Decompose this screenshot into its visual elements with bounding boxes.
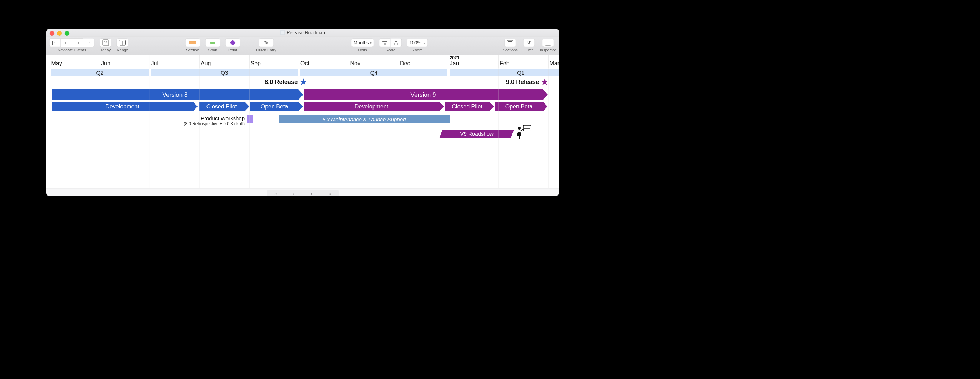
window-close-button[interactable] — [49, 31, 54, 36]
month-label: Dec — [400, 60, 410, 67]
gridline — [399, 55, 399, 189]
nav-next-button[interactable]: → — [72, 38, 84, 47]
units-value: Months — [353, 40, 369, 46]
bar-label: Development — [105, 103, 139, 110]
milestone-8[interactable]: 8.0 Release ★ — [265, 77, 307, 86]
bar-maintenance-label: 8.x Maintenance & Launch Support — [323, 116, 406, 122]
page-first-button[interactable]: « — [267, 190, 285, 197]
today-button[interactable] — [100, 38, 111, 47]
milestone-row: 8.0 Release ★ 9.0 Release ★ — [46, 77, 559, 89]
scale-out-button[interactable] — [391, 38, 402, 47]
month-label: May — [51, 60, 62, 67]
bar-v9-pilot[interactable]: Closed Pilot — [445, 102, 489, 111]
span-tool-button[interactable] — [205, 38, 220, 47]
month-label: Mar — [550, 60, 559, 67]
bar-version-9[interactable]: Version 9 — [304, 89, 543, 100]
nav-prev-button[interactable]: ← — [61, 38, 72, 47]
bar-version-8[interactable]: Version 8 — [52, 89, 298, 100]
sections-icon — [507, 40, 513, 45]
double-chevron-right-icon: » — [328, 190, 331, 196]
span-label: Span — [208, 48, 218, 52]
bar-maintenance[interactable]: 8.x Maintenance & Launch Support — [278, 115, 450, 124]
bar-workshop[interactable] — [247, 115, 253, 124]
page-nav: « ‹ › » — [46, 189, 559, 196]
range-icon — [119, 40, 126, 46]
nav-label: Navigate Events — [57, 48, 86, 52]
bar-v8-pilot[interactable]: Closed Pilot — [199, 102, 245, 111]
gridline — [200, 55, 200, 189]
scale-in-button[interactable] — [379, 38, 391, 47]
bar-label: Development — [355, 103, 388, 110]
gridline — [50, 55, 50, 189]
milestone-8-label: 8.0 Release — [265, 78, 298, 85]
scale-in-icon — [382, 40, 388, 46]
units-dropdown[interactable]: Months ▴▾ — [351, 38, 374, 47]
span-swatch-icon — [210, 42, 215, 44]
window-title-text: Release Roadmap — [286, 30, 325, 35]
milestone-9-label: 9.0 Release — [506, 78, 539, 85]
workshop-title: Product Workshop — [100, 115, 245, 121]
month-label: Jun — [101, 60, 110, 67]
svg-rect-0 — [384, 43, 385, 45]
star-icon: ★ — [300, 77, 307, 86]
sections-button[interactable] — [504, 38, 516, 47]
chevron-left-icon: ‹ — [293, 190, 294, 196]
window-zoom-button[interactable] — [65, 31, 69, 36]
prev-icon: ← — [64, 40, 68, 46]
sections-label: Sections — [503, 48, 518, 52]
bar-v8-beta[interactable]: Open Beta — [250, 102, 298, 111]
quarter-bar: Q4 — [301, 69, 448, 76]
range-label: Range — [117, 48, 128, 52]
nav-first-button[interactable]: |← — [49, 38, 61, 47]
milestone-9[interactable]: 9.0 Release ★ — [506, 77, 548, 86]
gridline — [249, 55, 250, 189]
quick-entry-icon: ✎ — [264, 40, 269, 46]
inspector-icon — [545, 40, 551, 46]
stepper-icon: ▴▾ — [371, 41, 372, 44]
bar-v9-development[interactable]: Development — [304, 102, 439, 111]
zoom-dropdown[interactable]: 100% ⌄ — [407, 38, 428, 47]
svg-point-6 — [518, 127, 521, 130]
bar-v8-development[interactable]: Development — [52, 102, 193, 111]
filter-button[interactable]: ⧩ — [523, 38, 535, 47]
nav-last-button[interactable]: →| — [83, 38, 95, 47]
timeline-canvas[interactable]: MayJunJulAugSepOctNovDecJan2021FebMar Q2… — [46, 55, 559, 189]
quarter-bar: Q1 — [450, 69, 559, 76]
workshop-subtitle: (8.0 Retrospective + 9.0 Kickoff) — [100, 121, 245, 126]
gridline — [299, 55, 300, 189]
bar-roadshow[interactable]: V9 Roadshow — [440, 130, 514, 138]
month-label: Nov — [350, 60, 360, 67]
presenter-icon — [515, 125, 531, 141]
bar-version-8-label: Version 8 — [162, 91, 188, 98]
month-label: Oct — [301, 60, 309, 67]
calendar-today-icon — [102, 40, 109, 46]
units-label: Units — [358, 48, 367, 52]
window-minimize-button[interactable] — [57, 31, 62, 36]
section-tool-button[interactable] — [185, 38, 200, 47]
scale-out-icon — [393, 40, 399, 46]
next-icon: → — [75, 40, 80, 46]
page-last-button[interactable]: » — [321, 190, 339, 197]
page-next-button[interactable]: › — [303, 190, 321, 197]
bar-label: Closed Pilot — [207, 103, 237, 110]
range-button[interactable] — [117, 38, 128, 47]
double-chevron-left-icon: « — [274, 190, 277, 196]
month-label: Jul — [151, 60, 158, 67]
month-label: Aug — [201, 60, 211, 67]
toolbar: |← ← → →| Navigate Events Today Range Se… — [46, 37, 559, 56]
quarter-row: Q2Q3Q4Q1 — [46, 68, 559, 77]
filter-icon: ⧩ — [527, 40, 531, 46]
point-tool-button[interactable] — [225, 38, 240, 47]
bar-label: Open Beta — [261, 103, 288, 110]
bar-v9-beta[interactable]: Open Beta — [495, 102, 543, 111]
quick-entry-button[interactable]: ✎ — [259, 38, 274, 47]
page-prev-button[interactable]: ‹ — [285, 190, 303, 197]
point-swatch-icon — [230, 40, 236, 46]
window-title: Release Roadmap — [280, 30, 325, 35]
last-icon: →| — [86, 40, 91, 46]
gridline — [548, 55, 549, 189]
inspector-button[interactable] — [542, 38, 554, 47]
section-swatch-icon — [189, 41, 196, 44]
inspector-label: Inspector — [540, 48, 556, 52]
month-header: MayJunJulAugSepOctNovDecJan2021FebMar — [46, 55, 559, 68]
